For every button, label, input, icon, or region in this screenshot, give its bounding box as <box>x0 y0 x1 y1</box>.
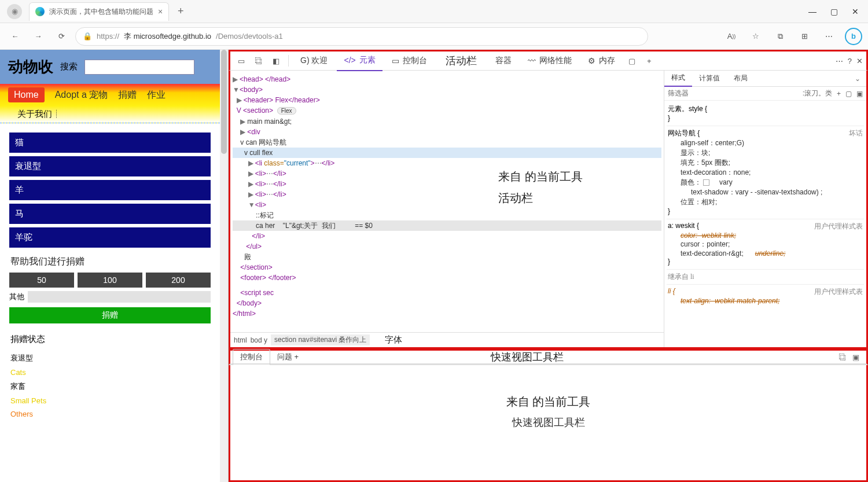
hov-button[interactable]: :滚刀。类 <box>803 89 832 98</box>
lock-icon: 🔒 <box>83 32 92 41</box>
sidebar-item[interactable]: 猫 <box>9 133 211 153</box>
bing-icon[interactable]: b <box>845 28 862 45</box>
devtools-drawer: 控制台 问题 + 快速视图工具栏 ⿻ ▣ 来自 的当前工具 快速视图工具栏 <box>229 349 868 482</box>
drawer-body: 来自 的当前工具 快速视图工具栏 <box>229 365 868 482</box>
drawer-toolbar: 控制台 问题 + 快速视图工具栏 ⿻ ▣ <box>229 349 868 365</box>
status-header: 捐赠状态 <box>10 334 209 345</box>
page-nav: Home Adopt a 宠物 捐赠 作业 <box>0 84 220 106</box>
window-controls: — ▢ ✕ <box>799 7 868 16</box>
breadcrumb-annot: 字体 <box>385 334 402 345</box>
add-rule-icon[interactable]: + <box>837 90 841 98</box>
tab-elements[interactable]: </>元素 <box>337 50 382 71</box>
drawer-tab-console[interactable]: 控制台 <box>233 349 270 365</box>
activity-annotation: 来自 的当前工具 活动栏 <box>498 169 583 206</box>
dom-tree[interactable]: ▶<head> </head> ▼<body> ▶<header> Flex</… <box>230 71 664 332</box>
dom-breadcrumb[interactable]: html bod y section nav#sitenavi 桑作向上 字体 <box>230 332 664 347</box>
sidebar-item[interactable]: 羊 <box>9 180 211 200</box>
url-scheme: https:// <box>97 32 119 41</box>
page-header: 动物收 搜索 <box>0 50 220 84</box>
status-item: 衰退型 <box>9 351 211 366</box>
drawer-annot: 快速视图工具栏 <box>491 350 839 364</box>
tab-container[interactable]: 容器 <box>488 50 518 71</box>
styles-filter[interactable]: 筛选器 <box>668 89 689 98</box>
donate-button[interactable]: 捐赠 <box>9 307 211 323</box>
close-icon[interactable]: × <box>158 7 163 16</box>
sidebar-item[interactable]: 马 <box>9 204 211 224</box>
nav-donate[interactable]: 捐赠 <box>118 89 137 101</box>
donate-amount-button[interactable]: 50 <box>9 273 74 288</box>
other-label: 其他 <box>9 292 24 302</box>
subnav-about[interactable]: 关于我们┊ <box>17 109 61 120</box>
tab-computed[interactable]: 计算值 <box>692 71 727 87</box>
tab-title: 演示页面，其中包含辅助功能问题 <box>49 7 153 17</box>
device-icon[interactable]: ⿻ <box>251 53 266 68</box>
url-path: /Demos/devtools-a1 <box>216 32 283 41</box>
donate-header: 帮助我们进行捐赠 <box>10 256 209 268</box>
sidebar-item[interactable]: 羊驼 <box>9 227 211 248</box>
extensions-icon[interactable]: ⊞ <box>796 28 812 45</box>
sidebar-item[interactable]: 衰退型 <box>9 156 211 176</box>
page-title: 动物收 <box>8 57 53 77</box>
tab-welcome[interactable]: G) 欢迎 <box>293 50 334 71</box>
status-item: 家畜 <box>9 379 211 394</box>
nav-adopt[interactable]: Adopt a 宠物 <box>55 89 108 101</box>
window-titlebar: ◉ 演示页面，其中包含辅助功能问题 × + — ▢ ✕ <box>0 0 868 23</box>
minimize-icon[interactable]: — <box>808 7 816 16</box>
drawer-icon[interactable]: ⿻ <box>839 353 847 362</box>
demo-page: 动物收 搜索 Home Adopt a 宠物 捐赠 作业 关于我们┊ 猫 衰退型… <box>0 50 229 482</box>
page-subnav: 关于我们┊ <box>0 106 220 123</box>
help-icon[interactable]: ? <box>848 57 852 65</box>
page-sidebar: 猫 衰退型 羊 马 羊驼 帮助我们进行捐赠 50 100 200 其他 捐赠 捐… <box>0 123 220 430</box>
search-label: 搜索 <box>60 61 78 72</box>
collections-icon[interactable]: ⧉ <box>772 28 788 45</box>
back-button[interactable]: ← <box>6 27 24 46</box>
activity-bar-label: 活动栏 <box>436 54 486 68</box>
url-host: 李 microsoftedge.github.io <box>124 31 211 42</box>
nav-jobs[interactable]: 作业 <box>147 89 165 101</box>
search-input[interactable] <box>84 60 194 75</box>
more-tools-icon[interactable]: ⋯ <box>836 57 843 65</box>
devtools-main: ▶<head> </head> ▼<body> ▶<header> Flex</… <box>229 71 868 349</box>
address-bar[interactable]: 🔒 https:// 李 microsoftedge.github.io /De… <box>75 27 648 46</box>
status-item: Others <box>9 407 211 421</box>
browser-tab[interactable]: 演示页面，其中包含辅助功能问题 × <box>29 2 169 21</box>
status-list: 衰退型 Cats 家畜 Small Pets Others <box>9 351 211 421</box>
dock-icon[interactable]: ◧ <box>269 53 284 68</box>
new-stylesheet-icon[interactable]: ▣ <box>856 90 863 98</box>
profile-avatar[interactable]: ◉ <box>7 4 22 19</box>
tab-layout[interactable]: 布局 <box>727 71 755 87</box>
drawer-tab-issues[interactable]: 问题 + <box>270 349 306 365</box>
other-input[interactable] <box>28 291 211 303</box>
close-devtools-icon[interactable]: ✕ <box>856 57 863 65</box>
more-icon[interactable]: ⋯ <box>821 28 837 45</box>
toggle-classes-icon[interactable]: ▢ <box>845 90 852 98</box>
tab-styles[interactable]: 样式 <box>664 71 692 87</box>
edge-icon <box>35 7 45 16</box>
scrollbar[interactable] <box>220 50 228 482</box>
donate-amount-button[interactable]: 200 <box>146 273 211 288</box>
drawer-expand-icon[interactable]: ▣ <box>852 353 859 362</box>
status-item: Cats <box>9 366 211 379</box>
inspect-icon[interactable]: ▭ <box>234 53 249 68</box>
donate-amount-button[interactable]: 100 <box>78 273 142 288</box>
read-aloud-icon[interactable]: A)) <box>723 28 740 45</box>
status-item: Small Pets <box>9 394 211 407</box>
nav-home[interactable]: Home <box>8 87 45 102</box>
new-tab-button[interactable]: + <box>172 3 189 20</box>
devtools-activity-bar: ▭ ⿻ ◧ G) 欢迎 </>元素 ▭控制台 活动栏 容器 〰网络性能 ⚙内存 … <box>229 50 868 71</box>
favorite-icon[interactable]: ☆ <box>748 28 764 45</box>
devtools: ▭ ⿻ ◧ G) 欢迎 </>元素 ▭控制台 活动栏 容器 〰网络性能 ⚙内存 … <box>229 50 868 482</box>
tab-memory[interactable]: ⚙内存 <box>581 50 622 71</box>
tab-network[interactable]: 〰网络性能 <box>521 50 579 71</box>
panel-icon[interactable]: ▢ <box>624 53 639 68</box>
chevron-down-icon[interactable]: ⌄ <box>849 75 866 83</box>
browser-toolbar: ← → ⟳ 🔒 https:// 李 microsoftedge.github.… <box>0 23 868 50</box>
refresh-button[interactable]: ⟳ <box>52 27 71 46</box>
add-tab-icon[interactable]: + <box>642 53 657 68</box>
tab-console[interactable]: ▭控制台 <box>385 50 434 71</box>
maximize-icon[interactable]: ▢ <box>830 7 838 16</box>
forward-button[interactable]: → <box>29 27 47 46</box>
styles-pane: 样式 计算值 布局 ⌄ 筛选器 :滚刀。类 + ▢ ▣ 元素。style { <box>664 71 866 347</box>
close-window-icon[interactable]: ✕ <box>852 7 859 16</box>
